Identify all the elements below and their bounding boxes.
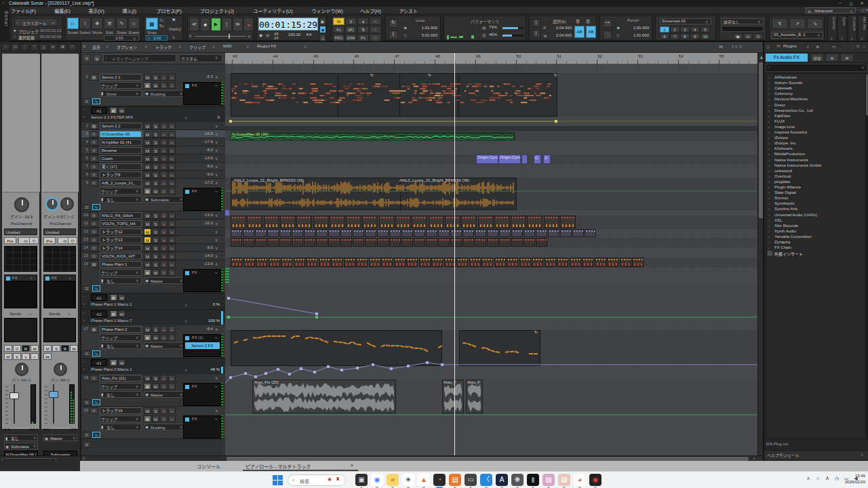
archive-button[interactable]: A <box>168 188 176 195</box>
track-name[interactable]: トラック14 <box>100 245 142 251</box>
pan-knob[interactable] <box>60 197 74 211</box>
vscode-icon[interactable]: 〈 <box>480 474 492 486</box>
track-name[interactable]: VOLTA_KICK_HIT <box>100 253 142 260</box>
snap-num[interactable]: 1 <box>170 35 177 41</box>
track-fx-bin[interactable]: FX+ <box>183 383 221 406</box>
taskbar-search[interactable]: ⌕検索◉♜ <box>288 474 346 486</box>
output-dropdown[interactable]: ◉Master∨ <box>144 277 186 284</box>
track-expand-caret[interactable]: ∨ <box>215 140 222 145</box>
nudge-left-button[interactable]: ↯ <box>772 18 788 29</box>
tray-icon-1[interactable]: ⌾ <box>814 476 822 484</box>
track-expand-caret[interactable]: ∧ <box>215 262 222 267</box>
track-expand-caret[interactable]: ∧ <box>215 375 222 381</box>
input-echo-button[interactable]: ∩ <box>168 74 176 81</box>
mute-button[interactable]: M <box>144 245 151 251</box>
strip-⋈-button[interactable]: ⋈ <box>43 353 52 360</box>
mute-button[interactable]: M <box>144 212 151 219</box>
menu-7[interactable]: ウィンドウ(W) <box>312 7 358 14</box>
screenset-6[interactable]: 6 <box>660 33 669 39</box>
power-button[interactable]: ⏻ <box>29 237 39 244</box>
meter-value[interactable]: 4/4 <box>306 33 317 39</box>
mute-button[interactable]: M <box>144 407 151 414</box>
menu-5[interactable]: プロジェクト(J) <box>200 7 251 14</box>
lane-read-button[interactable]: R <box>110 359 117 366</box>
selection-radio[interactable]: ○ <box>14 35 18 39</box>
tv-corner-icons[interactable]: ✕✕ ✕ <box>731 44 751 51</box>
browser-view-btn-0[interactable]: ▥▥ <box>810 54 824 62</box>
write-automation-button[interactable]: W <box>152 188 159 195</box>
track-name[interactable]: Atsu_Fix (21) <box>100 375 142 382</box>
side-tab-custom[interactable]: Custom∨ <box>848 15 857 41</box>
track-name[interactable]: Crash <box>100 155 142 162</box>
mute-button[interactable]: M <box>144 147 151 154</box>
taskbar-clock[interactable]: 13:452026/02/20 <box>844 473 867 487</box>
ffwd-button[interactable]: ≫ <box>233 18 243 31</box>
solo-button[interactable]: S <box>152 123 159 129</box>
snap-offset-button[interactable]: ✲ <box>160 82 167 89</box>
arm-button[interactable]: ● <box>160 245 167 251</box>
solo-button[interactable]: S <box>152 163 159 170</box>
vendor-row-9[interactable]: ›Image-Line <box>766 125 866 130</box>
snap-offset-button[interactable]: ✲ <box>160 269 167 276</box>
pre-button[interactable]: Pre <box>43 237 56 244</box>
metronome-icon[interactable]: ◎ <box>266 33 271 39</box>
photos-app-icon[interactable]: ▣ <box>355 474 368 486</box>
audio-fx-tab[interactable]: Fx Audio FX <box>766 54 808 62</box>
strip-∅-button[interactable]: ∅ <box>13 345 21 352</box>
browser-collapse-icon[interactable]: › <box>863 44 867 51</box>
arm-button[interactable]: ● <box>160 375 167 382</box>
vendor-row-0[interactable]: ›AIRwindows <box>766 75 866 81</box>
track-expand-caret[interactable]: ∧ <box>215 408 222 413</box>
track-expand-caret[interactable]: ∨ <box>215 164 222 169</box>
vendor-row-22[interactable]: ›Sonnox <box>766 196 866 201</box>
output-dropdown[interactable]: ◉Submaste∨ <box>144 196 186 203</box>
snap-offset-button[interactable]: ✲ <box>160 415 167 422</box>
tool-edit-button[interactable]: ⚒ <box>104 18 115 29</box>
automation-lane-button[interactable]: ∿ <box>92 285 100 291</box>
add-fx-button[interactable]: + <box>30 276 35 281</box>
tool-smart-button[interactable]: ▷ <box>67 18 79 29</box>
track-header-7[interactable]: 7≋驚く(17)MS●∩-8.0∨ <box>81 163 225 171</box>
track-name[interactable]: トラック13 <box>100 237 142 243</box>
arm-button[interactable]: ● <box>160 261 167 268</box>
strip1-output[interactable]: ◉Submaste∨ <box>4 443 38 449</box>
add-lane-button[interactable]: + <box>83 115 87 120</box>
side-tab-sync[interactable]: Sync∨ <box>837 15 847 41</box>
track-fx-bin[interactable]: FX+ <box>183 269 221 292</box>
read-automation-button[interactable]: R <box>144 269 151 276</box>
archive-button[interactable]: A <box>168 415 176 422</box>
track-header-2[interactable]: 2▦Serum 2 2MS●∩∨ <box>81 122 225 130</box>
nudge-up-button[interactable]: ⇗ <box>789 18 806 29</box>
collapse-lane-button[interactable]: − <box>83 310 87 316</box>
arm-button[interactable]: ● <box>160 131 167 138</box>
record-button[interactable]: ● <box>243 18 254 31</box>
add-track-fx-button[interactable]: + <box>215 336 220 341</box>
lane-read-button[interactable]: R <box>110 310 117 317</box>
track-name[interactable]: トラック12 <box>100 228 142 235</box>
lane-write-button[interactable]: W <box>118 107 125 114</box>
screenset-1[interactable]: 1 <box>660 26 669 33</box>
tray-icon-2[interactable]: A <box>823 476 831 484</box>
solo-button[interactable]: S <box>152 245 159 251</box>
archive-button[interactable]: A <box>168 383 176 390</box>
automation-lane-button[interactable]: ∿ <box>92 399 100 405</box>
vendor-row-29[interactable]: ›Yamaha Corporation <box>766 235 866 240</box>
solo-button[interactable]: S <box>152 212 159 219</box>
track-expand-caret[interactable]: ∨ <box>215 229 222 235</box>
ab-button-2[interactable]: AB <box>586 26 596 38</box>
menu-9[interactable]: アシスト <box>399 7 425 14</box>
tool-draw-button[interactable]: ✎ <box>116 18 127 29</box>
nudge-down-button[interactable]: ⇘ <box>807 18 823 29</box>
snap-offset-button[interactable]: ✲ <box>160 383 167 390</box>
snap-offset-button[interactable]: ✲ <box>160 188 167 195</box>
tv-menu-0[interactable]: 表示∨ <box>92 43 113 52</box>
lane-list-button[interactable]: ≡ <box>83 204 91 210</box>
collapse-lane-button[interactable]: − <box>83 359 87 365</box>
gain-knob[interactable] <box>45 197 59 211</box>
input-dropdown[interactable]: ▮Omni∨ <box>100 90 142 97</box>
menu-3[interactable]: 挿入(I) <box>122 7 153 14</box>
preset-save-button[interactable]: ▣ <box>733 33 743 39</box>
mute-button[interactable]: M <box>144 131 151 138</box>
track-jump-search[interactable]: ⌕トラックへジャンプ... <box>103 54 176 62</box>
track-expand-caret[interactable]: ∨ <box>215 237 222 243</box>
